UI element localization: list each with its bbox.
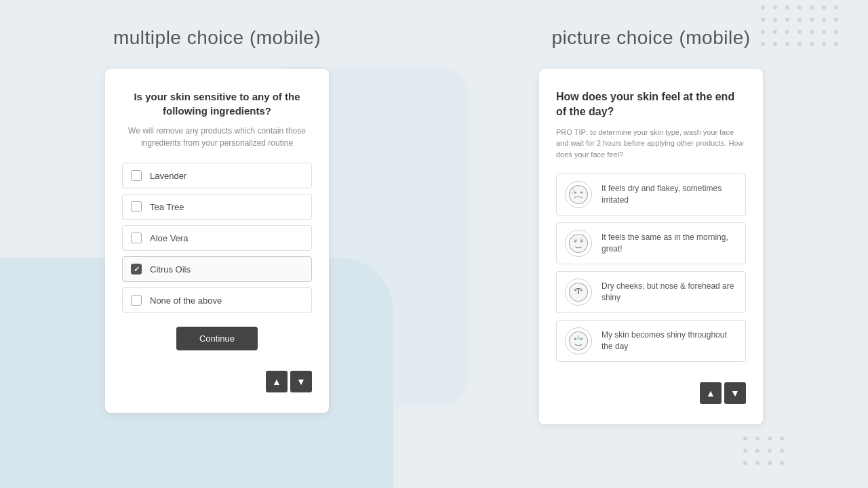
svg-point-3 [570, 235, 588, 253]
svg-point-2 [580, 192, 583, 194]
checkbox-tea-tree[interactable] [131, 201, 142, 212]
pc-question: How does your skin feel at the end of th… [556, 89, 746, 120]
svg-point-13 [574, 338, 576, 340]
multiple-choice-card: Is your skin sensitive to any of the fol… [105, 69, 329, 413]
pic-choice-dry[interactable]: It feels dry and flakey, sometimes irrit… [556, 174, 746, 216]
choice-none[interactable]: None of the above [122, 287, 312, 313]
choice-aloe-vera[interactable]: Aloe Vera [122, 225, 312, 251]
mc-nav-down[interactable]: ▼ [290, 371, 312, 392]
choice-tea-tree[interactable]: Tea Tree [122, 194, 312, 220]
continue-button[interactable]: Continue [176, 327, 258, 350]
left-panel: multiple choice (mobile) Is your skin se… [0, 0, 434, 488]
mc-card-nav: ▲ ▼ [122, 371, 312, 392]
pic-icon-normal [565, 230, 592, 257]
pic-choice-text-normal: It feels the same as in the morning, gre… [601, 232, 737, 255]
pc-card-inner: How does your skin feel at the end of th… [556, 89, 746, 404]
pic-choice-text-oily: My skin becomes shiny throughout the day [601, 329, 737, 352]
pc-protip: PRO TIP: to determine your skin type, wa… [556, 127, 746, 161]
mc-nav-up[interactable]: ▲ [266, 371, 288, 392]
checkbox-citrus-oils[interactable] [131, 264, 142, 274]
checkbox-none[interactable] [131, 295, 142, 306]
svg-point-0 [570, 186, 588, 204]
pic-choice-normal[interactable]: It feels the same as in the morning, gre… [556, 222, 746, 264]
pc-nav-up[interactable]: ▲ [700, 382, 722, 404]
pic-choice-text-combination: Dry cheeks, but nose & forehead are shin… [601, 281, 737, 304]
pc-card-nav: ▲ ▼ [556, 382, 746, 404]
choice-citrus-oils[interactable]: Citrus Oils [122, 256, 312, 282]
choice-label-aloe-vera: Aloe Vera [150, 233, 188, 243]
right-panel: picture choice (mobile) How does your sk… [434, 0, 868, 488]
choice-label-citrus-oils: Citrus Oils [150, 264, 191, 274]
left-panel-title: multiple choice (mobile) [113, 27, 321, 49]
picture-choice-card: How does your skin feel at the end of th… [539, 69, 763, 424]
svg-point-12 [570, 332, 588, 350]
svg-text:T: T [576, 287, 581, 296]
svg-point-11 [580, 289, 583, 291]
mc-subtext: We will remove any products which contai… [122, 125, 312, 149]
choice-lavender[interactable]: Lavender [122, 163, 312, 188]
choice-label-none: None of the above [150, 296, 222, 306]
pc-nav-down[interactable]: ▼ [724, 382, 746, 404]
pic-choice-combination[interactable]: T Dry cheeks, but nose & forehead are sh… [556, 271, 746, 313]
mc-card-inner: Is your skin sensitive to any of the fol… [122, 89, 312, 392]
pic-choice-text-dry: It feels dry and flakey, sometimes irrit… [601, 183, 737, 206]
pic-choice-oily[interactable]: My skin becomes shiny throughout the day [556, 320, 746, 362]
pic-icon-dry [565, 181, 592, 208]
svg-point-14 [580, 338, 583, 340]
mc-question: Is your skin sensitive to any of the fol… [122, 89, 312, 118]
checkbox-lavender[interactable] [131, 170, 142, 181]
main-layout: multiple choice (mobile) Is your skin se… [0, 0, 868, 488]
choice-label-tea-tree: Tea Tree [150, 202, 184, 212]
pic-icon-combination: T [565, 279, 592, 306]
svg-point-1 [574, 192, 576, 194]
checkbox-aloe-vera[interactable] [131, 232, 142, 243]
choice-label-lavender: Lavender [150, 171, 186, 181]
pic-icon-oily [565, 327, 592, 354]
right-panel-title: picture choice (mobile) [551, 27, 750, 49]
svg-point-10 [574, 289, 576, 291]
